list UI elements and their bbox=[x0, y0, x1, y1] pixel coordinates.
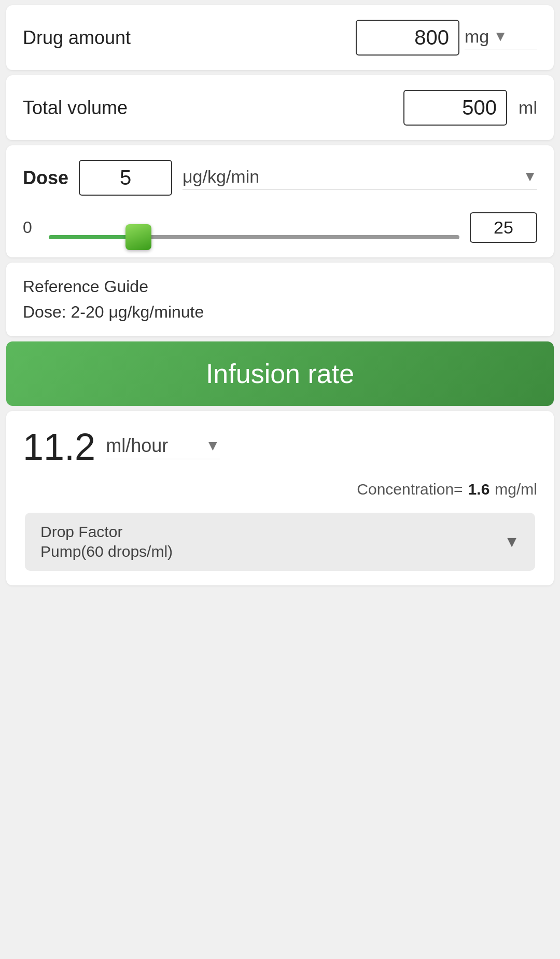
reference-guide-card: Reference Guide Dose: 2-20 μg/kg/minute bbox=[6, 263, 554, 336]
infusion-rate-banner: Infusion rate bbox=[6, 341, 554, 406]
total-volume-input[interactable] bbox=[403, 90, 507, 126]
total-volume-card: Total volume ml bbox=[6, 75, 554, 140]
dose-arrow-icon: ▼ bbox=[523, 168, 537, 185]
slider-max-input[interactable] bbox=[470, 212, 537, 243]
drug-amount-label: Drug amount bbox=[23, 27, 347, 49]
dose-input[interactable] bbox=[79, 160, 172, 196]
drug-amount-input[interactable] bbox=[356, 20, 459, 56]
dose-unit-selector[interactable]: μg/kg/min ▼ bbox=[183, 167, 537, 189]
slider-min-label: 0 bbox=[23, 218, 38, 237]
dose-card: Dose μg/kg/min ▼ 0 bbox=[6, 145, 554, 257]
drug-amount-unit-selector[interactable]: mg ▼ bbox=[465, 26, 537, 49]
drop-factor-title: Drop Factor bbox=[40, 523, 173, 541]
infusion-rate-title: Infusion rate bbox=[206, 359, 354, 389]
drop-factor-value: Pump(60 drops/ml) bbox=[40, 543, 173, 560]
reference-guide-title: Reference Guide bbox=[23, 277, 537, 296]
infusion-rate-value: 11.2 bbox=[23, 426, 95, 468]
infusion-rate-unit: ml/hour bbox=[106, 435, 201, 457]
drop-factor-selector[interactable]: Drop Factor Pump(60 drops/ml) ▼ bbox=[25, 513, 535, 571]
drug-amount-card: Drug amount mg ▼ bbox=[6, 5, 554, 70]
total-volume-label: Total volume bbox=[23, 97, 395, 119]
reference-guide-dose: Dose: 2-20 μg/kg/minute bbox=[23, 303, 537, 322]
dose-slider-container bbox=[49, 216, 459, 239]
concentration-label: Concentration= bbox=[357, 481, 463, 498]
infusion-rate-arrow-icon: ▼ bbox=[205, 437, 220, 454]
drug-amount-unit: mg bbox=[465, 26, 489, 47]
dose-slider[interactable] bbox=[49, 235, 459, 239]
drop-factor-arrow-icon: ▼ bbox=[504, 533, 520, 551]
dose-label: Dose bbox=[23, 167, 68, 189]
infusion-result-card: 11.2 ml/hour ▼ Concentration= 1.6 mg/ml … bbox=[6, 411, 554, 585]
concentration-row: Concentration= 1.6 mg/ml bbox=[23, 481, 537, 498]
concentration-unit: mg/ml bbox=[495, 481, 537, 498]
infusion-rate-unit-selector[interactable]: ml/hour ▼ bbox=[106, 435, 220, 459]
total-volume-unit: ml bbox=[519, 98, 537, 118]
concentration-value: 1.6 bbox=[468, 481, 490, 498]
drug-amount-arrow-icon: ▼ bbox=[493, 28, 508, 45]
dose-unit: μg/kg/min bbox=[183, 167, 519, 187]
